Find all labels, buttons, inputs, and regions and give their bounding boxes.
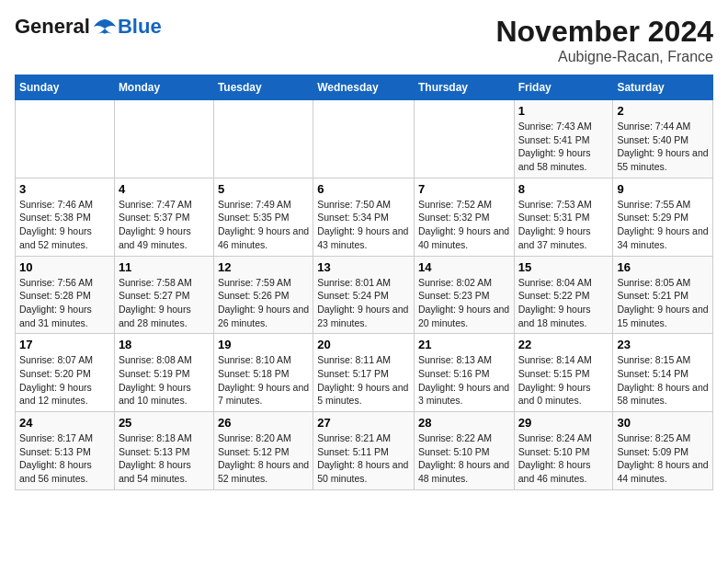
- day-number: 16: [617, 260, 709, 274]
- calendar-table: SundayMondayTuesdayWednesdayThursdayFrid…: [15, 75, 713, 490]
- day-number: 17: [19, 338, 110, 351]
- day-info: Sunrise: 8:11 AMSunset: 5:17 PMDaylight:…: [317, 353, 410, 408]
- day-number: 29: [518, 416, 609, 430]
- calendar-cell: 13Sunrise: 8:01 AMSunset: 5:24 PMDayligh…: [313, 256, 415, 334]
- day-info: Sunrise: 8:13 AMSunset: 5:16 PMDaylight:…: [418, 353, 510, 408]
- day-info: Sunrise: 8:15 AMSunset: 5:14 PMDaylight:…: [617, 353, 709, 408]
- day-info: Sunrise: 7:50 AMSunset: 5:34 PMDaylight:…: [317, 198, 410, 252]
- calendar-week-3: 10Sunrise: 7:56 AMSunset: 5:28 PMDayligh…: [16, 256, 713, 334]
- calendar-week-4: 17Sunrise: 8:07 AMSunset: 5:20 PMDayligh…: [16, 334, 713, 412]
- day-number: 20: [317, 338, 410, 351]
- day-info: Sunrise: 8:07 AMSunset: 5:20 PMDaylight:…: [19, 353, 110, 408]
- calendar-cell: 25Sunrise: 8:18 AMSunset: 5:13 PMDayligh…: [114, 412, 213, 490]
- day-number: 13: [317, 260, 410, 274]
- day-number: 30: [617, 416, 709, 430]
- calendar-cell: 19Sunrise: 8:10 AMSunset: 5:18 PMDayligh…: [213, 334, 313, 412]
- calendar-cell: 17Sunrise: 8:07 AMSunset: 5:20 PMDayligh…: [16, 334, 115, 412]
- calendar-cell: 15Sunrise: 8:04 AMSunset: 5:22 PMDayligh…: [514, 256, 613, 334]
- calendar-cell: 29Sunrise: 8:24 AMSunset: 5:10 PMDayligh…: [514, 412, 613, 490]
- day-info: Sunrise: 7:59 AMSunset: 5:26 PMDaylight:…: [218, 276, 309, 330]
- calendar-cell: [414, 100, 514, 178]
- calendar-week-5: 24Sunrise: 8:17 AMSunset: 5:13 PMDayligh…: [16, 412, 713, 490]
- day-info: Sunrise: 8:18 AMSunset: 5:13 PMDaylight:…: [119, 431, 210, 486]
- calendar-cell: 18Sunrise: 8:08 AMSunset: 5:19 PMDayligh…: [114, 334, 213, 412]
- day-info: Sunrise: 7:47 AMSunset: 5:37 PMDaylight:…: [119, 198, 210, 252]
- day-info: Sunrise: 7:58 AMSunset: 5:27 PMDaylight:…: [119, 276, 210, 330]
- day-header-sunday: Sunday: [16, 75, 115, 100]
- calendar-cell: 16Sunrise: 8:05 AMSunset: 5:21 PMDayligh…: [613, 256, 713, 334]
- calendar-cell: 9Sunrise: 7:55 AMSunset: 5:29 PMDaylight…: [613, 178, 713, 256]
- calendar-cell: 4Sunrise: 7:47 AMSunset: 5:37 PMDaylight…: [114, 178, 213, 256]
- day-number: 18: [119, 338, 210, 351]
- day-number: 3: [19, 182, 110, 196]
- month-year-title: November 2024: [495, 15, 713, 49]
- day-info: Sunrise: 8:05 AMSunset: 5:21 PMDaylight:…: [617, 276, 709, 330]
- day-number: 24: [19, 416, 110, 430]
- day-info: Sunrise: 7:53 AMSunset: 5:31 PMDaylight:…: [518, 198, 609, 252]
- day-info: Sunrise: 7:46 AMSunset: 5:38 PMDaylight:…: [19, 198, 110, 252]
- day-number: 8: [518, 182, 609, 196]
- day-number: 9: [617, 182, 709, 196]
- calendar-cell: [16, 100, 115, 178]
- day-number: 11: [119, 260, 210, 274]
- day-number: 12: [218, 260, 309, 274]
- day-number: 1: [518, 104, 609, 118]
- day-number: 19: [218, 338, 309, 351]
- day-info: Sunrise: 8:22 AMSunset: 5:10 PMDaylight:…: [418, 431, 510, 486]
- calendar-cell: 3Sunrise: 7:46 AMSunset: 5:38 PMDaylight…: [16, 178, 115, 256]
- day-info: Sunrise: 7:43 AMSunset: 5:41 PMDaylight:…: [518, 120, 609, 174]
- day-number: 27: [317, 416, 410, 430]
- calendar-cell: 2Sunrise: 7:44 AMSunset: 5:40 PMDaylight…: [613, 100, 713, 178]
- day-header-thursday: Thursday: [414, 75, 514, 100]
- day-header-monday: Monday: [114, 75, 213, 100]
- location-subtitle: Aubigne-Racan, France: [495, 49, 713, 65]
- day-number: 14: [418, 260, 510, 274]
- calendar-cell: 5Sunrise: 7:49 AMSunset: 5:35 PMDaylight…: [213, 178, 313, 256]
- calendar-cell: [313, 100, 415, 178]
- calendar-cell: 14Sunrise: 8:02 AMSunset: 5:23 PMDayligh…: [414, 256, 514, 334]
- title-section: November 2024 Aubigne-Racan, France: [495, 15, 713, 65]
- calendar-cell: [213, 100, 313, 178]
- day-info: Sunrise: 8:24 AMSunset: 5:10 PMDaylight:…: [518, 431, 609, 486]
- day-number: 5: [218, 182, 309, 196]
- calendar-cell: 28Sunrise: 8:22 AMSunset: 5:10 PMDayligh…: [414, 412, 514, 490]
- day-info: Sunrise: 7:49 AMSunset: 5:35 PMDaylight:…: [218, 198, 309, 252]
- calendar-cell: 20Sunrise: 8:11 AMSunset: 5:17 PMDayligh…: [313, 334, 415, 412]
- day-info: Sunrise: 7:55 AMSunset: 5:29 PMDaylight:…: [617, 198, 709, 252]
- day-header-tuesday: Tuesday: [213, 75, 313, 100]
- calendar-cell: 21Sunrise: 8:13 AMSunset: 5:16 PMDayligh…: [414, 334, 514, 412]
- day-info: Sunrise: 8:21 AMSunset: 5:11 PMDaylight:…: [317, 431, 410, 486]
- day-info: Sunrise: 8:10 AMSunset: 5:18 PMDaylight:…: [218, 353, 309, 408]
- day-header-saturday: Saturday: [613, 75, 713, 100]
- day-header-friday: Friday: [514, 75, 613, 100]
- day-number: 15: [518, 260, 609, 274]
- calendar-cell: [114, 100, 213, 178]
- calendar-cell: 12Sunrise: 7:59 AMSunset: 5:26 PMDayligh…: [213, 256, 313, 334]
- calendar-cell: 27Sunrise: 8:21 AMSunset: 5:11 PMDayligh…: [313, 412, 415, 490]
- day-number: 4: [119, 182, 210, 196]
- day-info: Sunrise: 8:01 AMSunset: 5:24 PMDaylight:…: [317, 276, 410, 330]
- day-number: 22: [518, 338, 609, 351]
- calendar-cell: 23Sunrise: 8:15 AMSunset: 5:14 PMDayligh…: [613, 334, 713, 412]
- calendar-cell: 6Sunrise: 7:50 AMSunset: 5:34 PMDaylight…: [313, 178, 415, 256]
- day-info: Sunrise: 8:04 AMSunset: 5:22 PMDaylight:…: [518, 276, 609, 330]
- day-info: Sunrise: 8:25 AMSunset: 5:09 PMDaylight:…: [617, 431, 709, 486]
- calendar-cell: 26Sunrise: 8:20 AMSunset: 5:12 PMDayligh…: [213, 412, 313, 490]
- calendar-cell: 24Sunrise: 8:17 AMSunset: 5:13 PMDayligh…: [16, 412, 115, 490]
- day-info: Sunrise: 7:56 AMSunset: 5:28 PMDaylight:…: [19, 276, 110, 330]
- logo-bird-icon: [92, 17, 118, 36]
- logo-general-text: General: [15, 15, 90, 39]
- day-info: Sunrise: 8:17 AMSunset: 5:13 PMDaylight:…: [19, 431, 110, 486]
- day-info: Sunrise: 8:14 AMSunset: 5:15 PMDaylight:…: [518, 353, 609, 408]
- logo: General Blue: [15, 15, 162, 39]
- day-info: Sunrise: 8:08 AMSunset: 5:19 PMDaylight:…: [119, 353, 210, 408]
- day-number: 2: [617, 104, 709, 118]
- day-number: 7: [418, 182, 510, 196]
- calendar-cell: 1Sunrise: 7:43 AMSunset: 5:41 PMDaylight…: [514, 100, 613, 178]
- day-number: 28: [418, 416, 510, 430]
- calendar-cell: 11Sunrise: 7:58 AMSunset: 5:27 PMDayligh…: [114, 256, 213, 334]
- logo-blue-text: Blue: [118, 15, 162, 39]
- calendar-cell: 30Sunrise: 8:25 AMSunset: 5:09 PMDayligh…: [613, 412, 713, 490]
- day-number: 25: [119, 416, 210, 430]
- calendar-week-1: 1Sunrise: 7:43 AMSunset: 5:41 PMDaylight…: [16, 100, 713, 178]
